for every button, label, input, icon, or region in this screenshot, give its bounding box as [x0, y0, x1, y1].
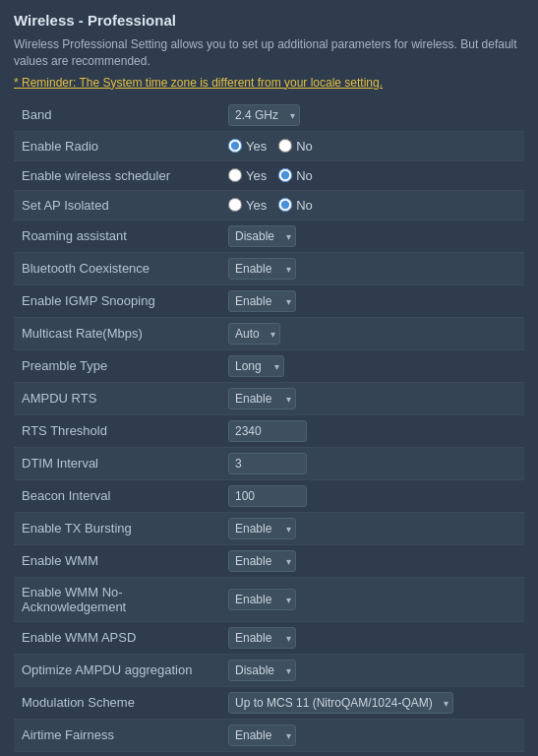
label-multi-user-mimo: Multi-User MIMO	[14, 751, 220, 756]
label-dtim-interval: DTIM Interval	[14, 447, 220, 479]
radio-text-enable-wireless-scheduler-no: No	[296, 168, 313, 183]
row-enable-wmm-apsd: Enable WMM APSDEnableDisable	[14, 621, 524, 654]
radio-label-enable-wireless-scheduler-no[interactable]: No	[278, 168, 313, 183]
control-dtim-interval[interactable]	[220, 447, 524, 479]
label-multicast-rate: Multicast Rate(Mbps)	[14, 317, 220, 349]
control-bluetooth-coexistence[interactable]: EnableDisable	[220, 252, 524, 284]
label-modulation-scheme: Modulation Scheme	[14, 686, 220, 719]
control-enable-radio[interactable]: YesNo	[220, 131, 524, 160]
select-wrapper-enable-tx-bursting: EnableDisable	[228, 518, 296, 539]
radio-text-set-ap-isolated-yes: Yes	[246, 198, 267, 213]
row-preamble-type: Preamble TypeLongShort	[14, 349, 524, 382]
radio-text-enable-radio-yes: Yes	[246, 139, 267, 154]
select-enable-wmm[interactable]: EnableDisable	[228, 550, 296, 572]
select-enable-igmp-snooping[interactable]: EnableDisable	[228, 290, 296, 312]
label-enable-radio: Enable Radio	[14, 131, 220, 160]
label-preamble-type: Preamble Type	[14, 349, 220, 382]
radio-group-set-ap-isolated: YesNo	[228, 198, 516, 213]
control-enable-wmm-no-ack[interactable]: EnableDisable	[220, 577, 524, 621]
select-wrapper-enable-wmm: EnableDisable	[228, 550, 296, 572]
control-optimize-ampdu[interactable]: DisableEnable	[220, 654, 524, 686]
row-enable-radio: Enable RadioYesNo	[14, 131, 524, 160]
radio-text-enable-radio-no: No	[296, 139, 313, 154]
row-dtim-interval: DTIM Interval	[14, 447, 524, 479]
radio-label-enable-radio-no[interactable]: No	[278, 139, 313, 154]
control-band[interactable]: 2.4 GHz5 GHz	[220, 99, 524, 132]
control-enable-igmp-snooping[interactable]: EnableDisable	[220, 284, 524, 317]
radio-label-set-ap-isolated-no[interactable]: No	[278, 198, 313, 213]
label-bluetooth-coexistence: Bluetooth Coexistence	[14, 252, 220, 284]
control-multicast-rate[interactable]: Auto125.511	[220, 317, 524, 349]
select-optimize-ampdu[interactable]: DisableEnable	[228, 660, 296, 681]
reminder-text[interactable]: * Reminder: The System time zone is diff…	[14, 76, 524, 90]
select-wrapper-band: 2.4 GHz5 GHz	[228, 104, 300, 126]
select-band[interactable]: 2.4 GHz5 GHz	[228, 104, 300, 126]
settings-table: Band2.4 GHz5 GHzEnable RadioYesNoEnable …	[14, 99, 524, 756]
select-wrapper-roaming-assistant: DisableEnable	[228, 225, 296, 247]
radio-enable-wireless-scheduler-no[interactable]	[278, 168, 292, 182]
label-enable-wmm: Enable WMM	[14, 544, 220, 577]
label-roaming-assistant: Roaming assistant	[14, 220, 220, 252]
control-modulation-scheme[interactable]: Up to MCS 11 (NitroQAM/1024-QAM)Up to MC…	[220, 686, 524, 719]
label-enable-wmm-no-ack: Enable WMM No-Acknowledgement	[14, 577, 220, 621]
select-wrapper-preamble-type: LongShort	[228, 355, 284, 377]
control-multi-user-mimo[interactable]: EnableDisable	[220, 751, 524, 756]
page-container: Wireless - Professional Wireless Profess…	[0, 0, 538, 756]
control-enable-wireless-scheduler[interactable]: YesNo	[220, 160, 524, 190]
radio-enable-radio-yes[interactable]	[228, 139, 242, 153]
page-title: Wireless - Professional	[14, 12, 524, 29]
select-modulation-scheme[interactable]: Up to MCS 11 (NitroQAM/1024-QAM)Up to MC…	[228, 692, 453, 714]
select-wrapper-ampdu-rts: EnableDisable	[228, 388, 296, 410]
select-enable-wmm-apsd[interactable]: EnableDisable	[228, 627, 296, 649]
control-airtime-fairness[interactable]: EnableDisable	[220, 719, 524, 751]
row-roaming-assistant: Roaming assistantDisableEnable	[14, 220, 524, 252]
radio-set-ap-isolated-yes[interactable]	[228, 198, 242, 212]
label-set-ap-isolated: Set AP Isolated	[14, 190, 220, 220]
radio-enable-radio-no[interactable]	[278, 139, 292, 153]
select-wrapper-enable-igmp-snooping: EnableDisable	[228, 290, 296, 312]
radio-label-enable-wireless-scheduler-yes[interactable]: Yes	[228, 168, 267, 183]
control-enable-wmm[interactable]: EnableDisable	[220, 544, 524, 577]
row-band: Band2.4 GHz5 GHz	[14, 99, 524, 132]
select-wrapper-multicast-rate: Auto125.511	[228, 323, 280, 345]
control-roaming-assistant[interactable]: DisableEnable	[220, 220, 524, 252]
label-optimize-ampdu: Optimize AMPDU aggregation	[14, 654, 220, 686]
select-enable-wmm-no-ack[interactable]: EnableDisable	[228, 589, 296, 610]
radio-label-set-ap-isolated-yes[interactable]: Yes	[228, 198, 267, 213]
row-bluetooth-coexistence: Bluetooth CoexistenceEnableDisable	[14, 252, 524, 284]
select-enable-tx-bursting[interactable]: EnableDisable	[228, 518, 296, 539]
row-airtime-fairness: Airtime FairnessEnableDisable	[14, 719, 524, 751]
text-input-rts-threshold[interactable]	[228, 420, 307, 442]
select-preamble-type[interactable]: LongShort	[228, 355, 284, 377]
control-set-ap-isolated[interactable]: YesNo	[220, 190, 524, 220]
select-multicast-rate[interactable]: Auto125.511	[228, 323, 280, 345]
control-beacon-interval[interactable]	[220, 479, 524, 512]
control-ampdu-rts[interactable]: EnableDisable	[220, 382, 524, 414]
select-roaming-assistant[interactable]: DisableEnable	[228, 225, 296, 247]
radio-group-enable-radio: YesNo	[228, 139, 516, 154]
radio-group-enable-wireless-scheduler: YesNo	[228, 168, 516, 183]
text-input-dtim-interval[interactable]	[228, 453, 307, 474]
select-ampdu-rts[interactable]: EnableDisable	[228, 388, 296, 410]
select-airtime-fairness[interactable]: EnableDisable	[228, 724, 296, 746]
control-enable-wmm-apsd[interactable]: EnableDisable	[220, 621, 524, 654]
label-ampdu-rts: AMPDU RTS	[14, 382, 220, 414]
control-preamble-type[interactable]: LongShort	[220, 349, 524, 382]
row-enable-wireless-scheduler: Enable wireless schedulerYesNo	[14, 160, 524, 190]
row-multi-user-mimo: Multi-User MIMOEnableDisable	[14, 751, 524, 756]
row-enable-tx-bursting: Enable TX BurstingEnableDisable	[14, 512, 524, 544]
select-wrapper-enable-wmm-no-ack: EnableDisable	[228, 589, 296, 610]
row-modulation-scheme: Modulation SchemeUp to MCS 11 (NitroQAM/…	[14, 686, 524, 719]
row-beacon-interval: Beacon Interval	[14, 479, 524, 512]
select-bluetooth-coexistence[interactable]: EnableDisable	[228, 258, 296, 280]
control-rts-threshold[interactable]	[220, 414, 524, 447]
radio-set-ap-isolated-no[interactable]	[278, 198, 292, 212]
row-enable-wmm: Enable WMMEnableDisable	[14, 544, 524, 577]
row-set-ap-isolated: Set AP IsolatedYesNo	[14, 190, 524, 220]
radio-label-enable-radio-yes[interactable]: Yes	[228, 139, 267, 154]
select-wrapper-modulation-scheme: Up to MCS 11 (NitroQAM/1024-QAM)Up to MC…	[228, 692, 453, 714]
control-enable-tx-bursting[interactable]: EnableDisable	[220, 512, 524, 544]
radio-enable-wireless-scheduler-yes[interactable]	[228, 168, 242, 182]
label-enable-igmp-snooping: Enable IGMP Snooping	[14, 284, 220, 317]
text-input-beacon-interval[interactable]	[228, 485, 307, 507]
